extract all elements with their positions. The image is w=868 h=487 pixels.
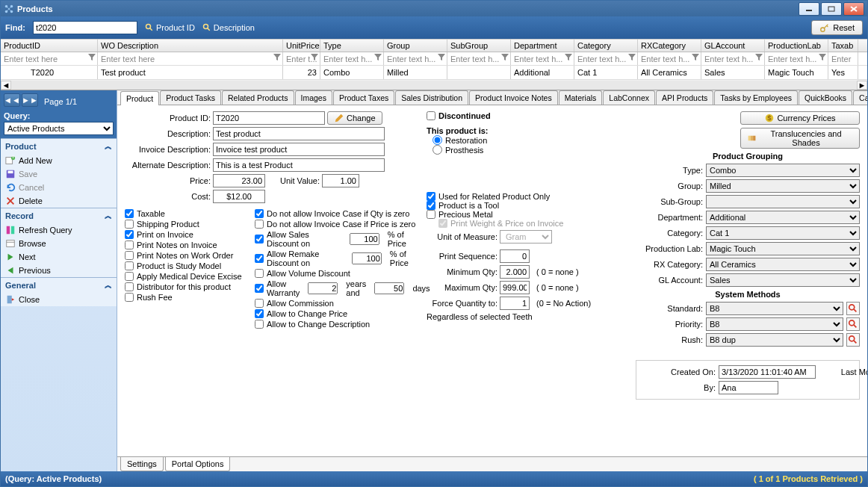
chk-distributor-box[interactable] [125, 282, 134, 291]
description-input[interactable] [213, 127, 385, 140]
remake-disc-input[interactable] [352, 252, 382, 264]
filter-cell[interactable]: Enter text h... [320, 52, 384, 65]
add-new-item[interactable]: +Add New [1, 154, 117, 167]
tab-related-products[interactable]: Related Products [222, 90, 294, 105]
scroll-right-arrow[interactable]: ► [857, 81, 867, 90]
chk-shipping[interactable]: Shipping Product [125, 220, 252, 229]
col-header[interactable]: WO Description [98, 40, 283, 52]
col-header[interactable]: ProductionLab [765, 40, 828, 52]
sales-disc-input[interactable] [350, 233, 379, 245]
tab-quickbooks[interactable]: QuickBooks [799, 90, 852, 105]
col-header[interactable]: Type [320, 40, 384, 52]
chk-rush-fee-box[interactable] [125, 293, 134, 302]
scroll-left-arrow[interactable]: ◄ [1, 81, 11, 90]
grid-scrollbar[interactable]: ◄ ► [1, 79, 867, 90]
priority-select[interactable]: B8 [706, 317, 843, 331]
find-by-description[interactable]: Description [202, 23, 255, 32]
chk-print-notes-wo-box[interactable] [125, 251, 134, 260]
close-button[interactable] [843, 2, 864, 16]
chk-used-related[interactable]: Used for Related Product Only [427, 192, 628, 201]
tab-catalog-description[interactable]: Catalog Description [853, 90, 867, 105]
group-select[interactable]: Milled [706, 179, 860, 193]
category-select[interactable]: Cat 1 [706, 226, 860, 240]
min-qty-input[interactable] [500, 265, 530, 279]
rush-edit-button[interactable] [846, 333, 860, 347]
filter-cell[interactable]: Enter text h... [638, 52, 701, 65]
col-header[interactable]: Group [384, 40, 447, 52]
tab-product-taxes[interactable]: Product Taxes [333, 90, 394, 105]
tab-product-tasks[interactable]: Product Tasks [160, 90, 221, 105]
tab-portal-options[interactable]: Portal Options [165, 457, 231, 471]
chkbox[interactable] [255, 284, 264, 293]
page-prev-button[interactable]: ◄◄ [4, 93, 20, 107]
minimize-button[interactable] [799, 2, 819, 16]
filter-cell[interactable]: Enter text h... [447, 52, 511, 65]
browse-item[interactable]: Browse [1, 237, 117, 250]
chkbox[interactable] [255, 320, 264, 329]
chk-discontinued[interactable]: Discontinued [427, 111, 628, 120]
radio[interactable] [433, 135, 442, 145]
radio[interactable] [433, 145, 442, 155]
product-id-input[interactable] [213, 111, 325, 125]
chk-print-invoice-box[interactable] [125, 230, 134, 239]
chkbox[interactable] [427, 201, 435, 210]
chk-study-model[interactable]: Product is Study Model [125, 261, 252, 270]
chk-print-notes-inv-box[interactable] [125, 241, 134, 249]
scroll-track[interactable] [11, 81, 857, 90]
chk-study-model-box[interactable] [125, 261, 134, 270]
chk-allow-warranty[interactable]: Allow Warranty years and days [255, 279, 419, 297]
standard-select[interactable]: B8 [706, 302, 843, 315]
warranty-years-input[interactable] [308, 282, 338, 294]
cancel-item[interactable]: Cancel [1, 181, 117, 194]
col-header[interactable]: SubGroup [447, 40, 511, 52]
rush-select[interactable]: B8 dup [706, 333, 843, 347]
tab-sales-distribution[interactable]: Sales Distribution [395, 90, 468, 105]
chk-allow-remake-disc[interactable]: Allow Remake Discount on % of Price [255, 249, 419, 267]
filter-cell[interactable]: Enter t... [283, 52, 320, 65]
radio-prosthesis[interactable]: Prosthesis [433, 145, 628, 155]
chk-allow-vol-disc[interactable]: Allow Volume Discount [255, 269, 419, 278]
chkbox[interactable] [255, 299, 264, 308]
chk-taxable[interactable]: Taxable [125, 209, 252, 218]
currency-prices-button[interactable]: $Currency Prices [740, 111, 860, 125]
tab-invoice-notes[interactable]: Product Invoice Notes [469, 90, 558, 105]
max-qty-input[interactable] [500, 281, 530, 294]
filter-cell[interactable]: Enter text h... [384, 52, 447, 65]
save-item[interactable]: Save [1, 167, 117, 181]
gl-account-select[interactable]: Sales [706, 273, 860, 287]
chkbox[interactable] [255, 209, 264, 218]
chk-allow-commission[interactable]: Allow Commission [255, 299, 419, 308]
chkbox[interactable] [255, 220, 264, 229]
query-select[interactable]: Active Products [4, 122, 114, 135]
subgroup-select[interactable] [706, 195, 860, 208]
find-by-product-id[interactable]: Product ID [145, 23, 195, 32]
chk-print-notes-wo[interactable]: Print Notes on Work Order [125, 251, 252, 260]
filter-cell[interactable]: Enter text h... [701, 52, 765, 65]
col-header[interactable]: Taxab [828, 40, 858, 52]
chk-is-tool[interactable]: Product is a Tool [427, 201, 628, 210]
tab-product[interactable]: Product [120, 91, 159, 105]
chk-med-device[interactable]: Apply Medical Device Excise [125, 272, 252, 281]
filter-cell[interactable]: Enter text h... [574, 52, 638, 65]
tab-materials[interactable]: Materials [559, 90, 603, 105]
tab-images[interactable]: Images [295, 90, 332, 105]
find-input[interactable] [33, 21, 137, 34]
filter-cell[interactable]: Enter text here [1, 52, 98, 65]
chk-allow-change-price[interactable]: Allow to Change Price [255, 309, 419, 318]
close-item[interactable]: Close [1, 293, 117, 306]
chk-med-device-box[interactable] [125, 272, 134, 281]
chk-taxable-box[interactable] [125, 209, 134, 218]
previous-item[interactable]: Previous [1, 264, 117, 277]
chkbox[interactable] [255, 235, 264, 244]
next-item[interactable]: Next [1, 250, 117, 264]
change-button[interactable]: Change [327, 111, 382, 125]
chk-print-notes-inv[interactable]: Print Notes on Invoice [125, 241, 252, 249]
reset-button[interactable]: Reset [811, 20, 863, 35]
alternate-description-input[interactable] [213, 158, 385, 172]
chkbox[interactable] [255, 309, 264, 318]
warranty-days-input[interactable] [374, 282, 404, 294]
tab-tasks-by-employees[interactable]: Tasks by Employees [714, 90, 798, 105]
tab-api-products[interactable]: API Products [656, 90, 713, 105]
invoice-description-input[interactable] [213, 143, 385, 156]
filter-cell[interactable]: Enter text here [98, 52, 283, 65]
